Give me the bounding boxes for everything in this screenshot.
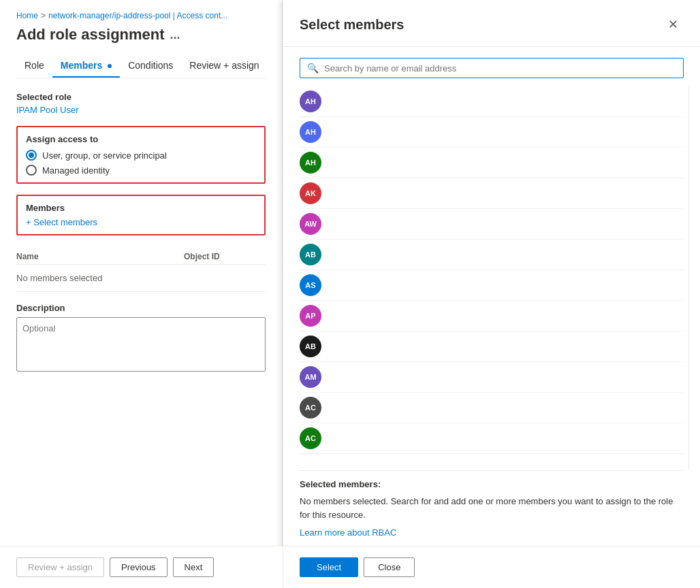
modal-body: 🔍 AHAHAHAKAWABASAPABAMACAC Selected memb… bbox=[283, 47, 700, 546]
member-item[interactable]: AC bbox=[300, 393, 683, 423]
assign-access-radio-group: User, group, or service principal Manage… bbox=[26, 150, 256, 176]
member-avatar: AM bbox=[300, 366, 321, 388]
radio-managed-identity-circle bbox=[26, 165, 37, 176]
modal-title: Select members bbox=[300, 17, 404, 33]
select-members-link[interactable]: + Select members bbox=[26, 217, 256, 227]
no-members-text: No members selected bbox=[16, 265, 266, 292]
description-textarea[interactable] bbox=[16, 317, 266, 372]
previous-button[interactable]: Previous bbox=[110, 557, 168, 577]
member-avatar: AP bbox=[300, 305, 321, 327]
description-section: Description bbox=[16, 303, 266, 374]
modal-header: Select members ✕ bbox=[283, 0, 700, 47]
assign-access-label: Assign access to bbox=[26, 134, 256, 144]
member-avatar: AW bbox=[300, 213, 321, 235]
close-button[interactable]: Close bbox=[364, 557, 415, 577]
page-title: Add role assignment ... bbox=[16, 26, 266, 44]
learn-more-rbac-link[interactable]: Learn more about RBAC bbox=[300, 527, 396, 538]
page-title-ellipsis[interactable]: ... bbox=[170, 28, 180, 42]
description-label: Description bbox=[16, 303, 266, 313]
members-list: AHAHAHAKAWABASAPABAMACAC bbox=[300, 86, 689, 470]
tab-members[interactable]: Members bbox=[52, 54, 120, 78]
member-avatar: AC bbox=[300, 397, 321, 419]
breadcrumb-sep1: > bbox=[41, 11, 46, 20]
selected-role-value: IPAM Pool User bbox=[16, 105, 266, 115]
breadcrumb: Home > network-manager/ip-address-pool |… bbox=[16, 11, 266, 20]
member-avatar: AB bbox=[300, 244, 321, 265]
member-item[interactable]: AP bbox=[300, 301, 683, 331]
member-avatar: AH bbox=[300, 152, 321, 174]
radio-user-group-circle bbox=[26, 150, 37, 161]
select-button[interactable]: Select bbox=[300, 557, 358, 577]
table-header: Name Object ID bbox=[16, 246, 266, 265]
member-avatar: AH bbox=[300, 121, 321, 143]
member-item[interactable]: AH bbox=[300, 148, 683, 178]
member-avatar: AB bbox=[300, 336, 321, 357]
col-name-header: Name bbox=[16, 252, 184, 261]
col-objectid-header: Object ID bbox=[184, 252, 266, 261]
radio-managed-identity[interactable]: Managed identity bbox=[26, 165, 256, 176]
member-item[interactable]: AK bbox=[300, 178, 683, 209]
no-selected-members-text: No members selected. Search for and add … bbox=[300, 495, 684, 521]
member-item[interactable]: AC bbox=[300, 423, 683, 454]
search-input[interactable] bbox=[324, 63, 676, 74]
breadcrumb-resource[interactable]: network-manager/ip-address-pool | Access… bbox=[48, 11, 227, 20]
search-box: 🔍 bbox=[300, 58, 684, 78]
member-item[interactable]: AS bbox=[300, 270, 683, 301]
selected-role-label: Selected role bbox=[16, 92, 266, 102]
member-item[interactable]: AH bbox=[300, 117, 683, 148]
assign-access-box: Assign access to User, group, or service… bbox=[16, 126, 266, 184]
selected-members-label: Selected members: bbox=[300, 479, 684, 489]
next-button[interactable]: Next bbox=[173, 557, 214, 577]
breadcrumb-home[interactable]: Home bbox=[16, 11, 38, 20]
member-item[interactable]: AH bbox=[300, 86, 683, 117]
member-avatar: AK bbox=[300, 182, 321, 204]
member-item[interactable]: AB bbox=[300, 331, 683, 362]
select-members-modal: Select members ✕ 🔍 AHAHAHAKAWABASAPABAMA… bbox=[283, 0, 700, 588]
modal-close-icon[interactable]: ✕ bbox=[662, 14, 684, 35]
tab-conditions[interactable]: Conditions bbox=[120, 54, 181, 78]
tab-role[interactable]: Role bbox=[16, 54, 52, 78]
left-bottom-bar: Review + assign Previous Next bbox=[0, 546, 283, 588]
tab-members-dot bbox=[108, 64, 112, 68]
review-assign-button[interactable]: Review + assign bbox=[16, 557, 104, 577]
selected-members-section: Selected members: No members selected. S… bbox=[300, 470, 684, 546]
tabs: Role Members Conditions Review + assign bbox=[16, 54, 266, 78]
tab-review[interactable]: Review + assign bbox=[181, 54, 267, 78]
member-avatar: AS bbox=[300, 274, 321, 296]
member-item[interactable]: AW bbox=[300, 209, 683, 240]
radio-user-group[interactable]: User, group, or service principal bbox=[26, 150, 256, 161]
member-avatar: AH bbox=[300, 91, 321, 112]
member-item[interactable]: AB bbox=[300, 240, 683, 270]
members-box: Members + Select members bbox=[16, 195, 266, 235]
member-item[interactable]: AM bbox=[300, 362, 683, 393]
modal-footer: Select Close bbox=[283, 546, 700, 588]
member-avatar: AC bbox=[300, 427, 321, 449]
members-label: Members bbox=[26, 203, 256, 213]
search-icon: 🔍 bbox=[307, 63, 319, 74]
